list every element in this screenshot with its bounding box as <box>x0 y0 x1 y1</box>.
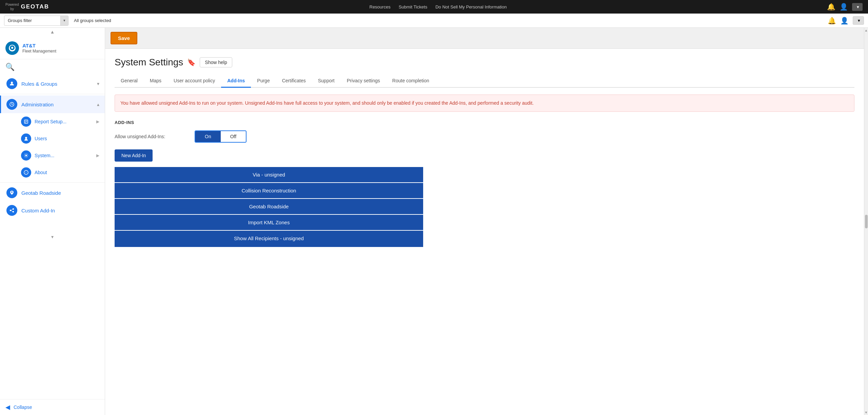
divider-2 <box>0 182 105 183</box>
user-dropdown-button[interactable]: ▾ <box>852 3 863 11</box>
sidebar-scroll-down[interactable]: ▾ <box>0 233 105 241</box>
geotab-roadside-icon <box>6 187 17 198</box>
addin-item-collision-reconstruction[interactable]: Collision Reconstruction <box>115 183 423 198</box>
do-not-sell-link[interactable]: Do Not Sell My Personal Information <box>435 4 507 9</box>
sidebar-item-rules-groups[interactable]: Rules & Groups ▾ <box>0 75 105 92</box>
allow-unsigned-row: Allow unsigned Add-Ins: On Off <box>115 130 854 143</box>
dropdown-arrow-icon: ▾ <box>857 4 859 9</box>
svg-point-2 <box>11 82 13 84</box>
addins-section-title: ADD-INS <box>115 120 854 125</box>
tabs-bar: General Maps User account policy Add-Ins… <box>115 75 854 88</box>
user-icon[interactable]: 👤 <box>840 17 849 25</box>
user-avatar-icon[interactable]: 👤 <box>840 3 848 11</box>
main-body: System Settings 🔖 Show help General Maps… <box>105 49 864 415</box>
notification-icon[interactable]: 🔔 <box>828 17 836 25</box>
svg-point-9 <box>25 155 27 157</box>
brand-info: AT&T Fleet Management <box>22 43 56 54</box>
svg-text:i: i <box>26 171 26 174</box>
sidebar-item-system[interactable]: System... ▶ <box>0 147 105 164</box>
user-menu-dropdown[interactable]: ▾ <box>853 16 864 25</box>
rules-groups-label: Rules & Groups <box>21 81 57 87</box>
sidebar-item-administration[interactable]: Administration ▴ <box>0 96 105 113</box>
sidebar-search-area: 🔍 <box>0 59 105 75</box>
sidebar-item-geotab-roadside[interactable]: Geotab Roadside <box>0 184 105 202</box>
users-icon <box>21 133 31 144</box>
allow-unsigned-label: Allow unsigned Add-Ins: <box>115 134 189 139</box>
tab-user-account-policy[interactable]: User account policy <box>167 75 221 88</box>
addin-item-import-kml-zones[interactable]: Import KML Zones <box>115 215 423 230</box>
collapse-label: Collapse <box>14 404 32 410</box>
top-nav: Resources Submit Tickets Do Not Sell My … <box>370 4 507 9</box>
notification-bell-icon[interactable]: 🔔 <box>827 3 835 11</box>
groups-filter-label: Groups filter <box>4 18 60 23</box>
submit-tickets-link[interactable]: Submit Tickets <box>399 4 428 9</box>
warning-banner: You have allowed unsigned Add-Ins to run… <box>115 95 854 112</box>
system-label: System... <box>35 153 54 158</box>
brand-name: AT&T <box>22 43 56 49</box>
page-title: System Settings <box>115 57 183 68</box>
sidebar: ▲ AT&T Fleet Management 🔍 <box>0 28 105 415</box>
sidebar-item-about[interactable]: i About <box>0 164 105 181</box>
administration-icon <box>6 99 17 110</box>
main-toolbar: Save <box>105 28 864 49</box>
new-addin-button[interactable]: New Add-In <box>115 149 153 162</box>
tab-maps[interactable]: Maps <box>144 75 167 88</box>
divider-1 <box>0 94 105 94</box>
tab-add-ins[interactable]: Add-Ins <box>221 75 251 88</box>
tab-purge[interactable]: Purge <box>251 75 276 88</box>
sidebar-collapse-button[interactable]: ◀ Collapse <box>0 399 105 415</box>
svg-rect-13 <box>10 210 11 211</box>
brand-subtitle: Fleet Management <box>22 49 56 54</box>
groups-filter-bar: Groups filter ▾ All groups selected 🔔 👤 … <box>0 14 868 28</box>
sidebar-spacer <box>0 219 105 233</box>
resources-link[interactable]: Resources <box>370 4 391 9</box>
collapse-arrow-icon: ◀ <box>5 403 10 411</box>
svg-rect-14 <box>13 208 14 210</box>
addins-section: ADD-INS Allow unsigned Add-Ins: On Off N… <box>115 120 854 247</box>
toggle-off-button[interactable]: Off <box>221 131 246 142</box>
sidebar-item-report-setup[interactable]: Report Setup... ▶ <box>0 113 105 130</box>
addin-item-via-unsigned[interactable]: Via - unsigned <box>115 167 423 182</box>
system-icon <box>21 150 31 161</box>
sidebar-item-custom-addin[interactable]: Custom Add-In <box>0 202 105 219</box>
sidebar-scroll-up[interactable]: ▲ <box>0 28 105 36</box>
brand-logo-icon <box>5 41 19 55</box>
top-bar: Poweredby GEOTAB Resources Submit Ticket… <box>0 0 868 14</box>
allow-unsigned-toggle[interactable]: On Off <box>195 130 246 143</box>
tab-certificates[interactable]: Certificates <box>276 75 312 88</box>
search-icon[interactable]: 🔍 <box>5 63 15 71</box>
report-setup-arrow-icon: ▶ <box>96 119 99 124</box>
svg-point-1 <box>11 47 13 49</box>
top-bar-right: 🔔 👤 ▾ <box>827 3 863 11</box>
geotab-logo: GEOTAB <box>21 3 49 10</box>
tab-route-completion[interactable]: Route completion <box>386 75 435 88</box>
users-label: Users <box>35 136 47 141</box>
groups-filter-arrow-icon[interactable]: ▾ <box>60 16 68 25</box>
main-layout: ▲ AT&T Fleet Management 🔍 <box>0 28 868 415</box>
administration-label: Administration <box>21 102 54 107</box>
svg-rect-15 <box>13 211 14 212</box>
save-button[interactable]: Save <box>111 32 137 44</box>
user-menu-arrow-icon: ▾ <box>858 18 860 23</box>
groups-selected-text: All groups selected <box>74 18 111 23</box>
tab-privacy-settings[interactable]: Privacy settings <box>341 75 386 88</box>
sidebar-item-users[interactable]: Users <box>0 130 105 147</box>
powered-by-text: Poweredby <box>5 2 19 11</box>
show-help-button[interactable]: Show help <box>200 57 232 67</box>
groups-filter-dropdown[interactable]: Groups filter ▾ <box>4 16 68 26</box>
scrollbar-up-icon[interactable]: ▲ <box>865 28 868 32</box>
geotab-roadside-label: Geotab Roadside <box>21 190 61 196</box>
addin-item-geotab-roadside[interactable]: Geotab Roadside <box>115 199 423 214</box>
tab-support[interactable]: Support <box>312 75 341 88</box>
toggle-on-button[interactable]: On <box>195 131 221 142</box>
about-icon: i <box>21 167 31 178</box>
tab-general[interactable]: General <box>115 75 144 88</box>
scrollbar-down-icon[interactable]: ▼ <box>865 411 868 414</box>
logo-area: Poweredby GEOTAB <box>5 2 49 11</box>
scrollbar-track: ▲ ▼ <box>864 28 868 415</box>
bookmark-icon[interactable]: 🔖 <box>187 58 196 66</box>
sidebar-brand: AT&T Fleet Management <box>0 36 105 59</box>
addin-item-show-all-recipients[interactable]: Show All Recipients - unsigned <box>115 231 423 247</box>
main-content: Save System Settings 🔖 Show help General… <box>105 28 864 415</box>
scrollbar-thumb[interactable] <box>865 215 868 228</box>
